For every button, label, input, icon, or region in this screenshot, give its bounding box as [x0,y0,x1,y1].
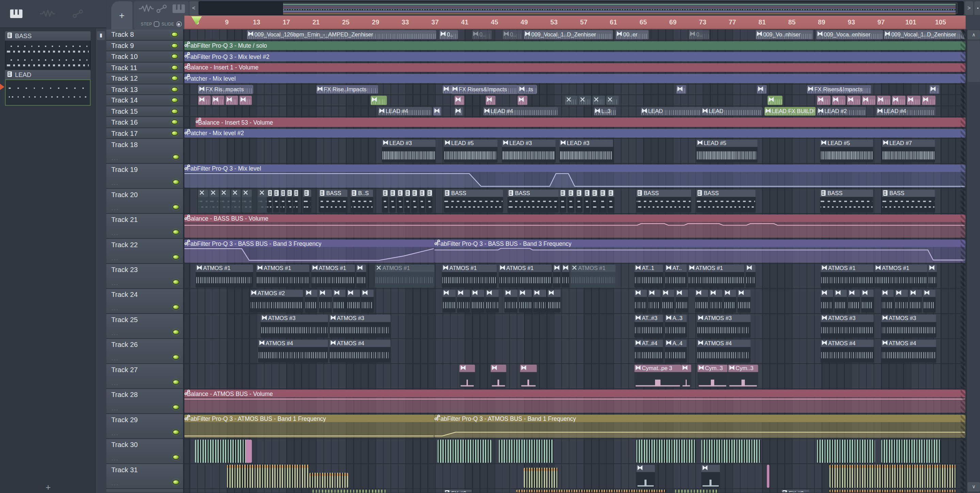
audio-clip[interactable] [226,96,238,105]
pattern-list-scrollbar[interactable]: ▮ [95,29,106,493]
track-header[interactable]: Track 25··· [106,314,185,339]
track-lane[interactable]: FX #2FX #2 [185,489,966,493]
audio-clip[interactable] [524,468,558,488]
pattern-clip[interactable] [220,190,230,213]
audio-clip[interactable]: ATMOS #1 [821,265,874,288]
track-lane[interactable]: Cymat..pe 3Cym..3Cym..3 [185,364,966,389]
pattern-clip[interactable] [584,190,590,213]
pattern-clip[interactable] [576,190,582,213]
piano-icon[interactable] [10,10,22,21]
audio-clip[interactable] [198,96,211,105]
audio-clip[interactable]: LEAD #5 [696,140,757,163]
clip-fragment[interactable] [312,489,387,492]
audio-clip[interactable] [519,289,532,313]
audio-clip[interactable]: AT.. [665,265,687,288]
audio-clip[interactable] [562,265,569,288]
pattern-clip[interactable]: BASS [319,190,347,213]
add-pattern-button[interactable]: + [43,482,54,491]
track-header-partial[interactable] [106,489,185,493]
pattern-clip[interactable] [559,190,566,213]
audio-clip[interactable] [371,96,387,105]
audio-clip[interactable]: 009_Vo..nhiser [756,30,813,39]
scroll-handle[interactable] [967,40,980,82]
audio-clip[interactable] [454,107,463,116]
audio-clip[interactable] [929,85,939,94]
audio-clip[interactable]: ATMOS #3 [329,314,391,338]
audio-clip[interactable]: LEAD #3 [382,140,436,163]
track-header[interactable]: Track 14 [106,95,185,106]
audio-clip[interactable] [361,289,374,313]
track-lane[interactable]: LEAD #3LEAD #5LEAD #3LEAD #3LEAD #5LEAD … [185,139,966,164]
track-header[interactable]: Track 16 [106,117,185,128]
track-header[interactable]: Track 10 [106,51,185,62]
audio-clip[interactable] [533,289,546,313]
audio-clip[interactable]: LEAD #3 [502,140,556,163]
audio-clip[interactable] [848,289,860,313]
pattern-clip[interactable]: BASS [508,190,559,213]
audio-clip[interactable] [579,96,592,105]
track-grip[interactable]: ··· [111,282,119,288]
track-header[interactable]: Track 31··· [106,464,185,489]
audio-clip[interactable] [862,96,875,105]
audio-clip[interactable]: 009_Vocal_1..D_Zenhiser [884,30,966,39]
audio-clip[interactable]: ATMOS #1 [875,265,928,288]
audio-clip[interactable]: ATMOS #1 [571,265,616,288]
audio-clip[interactable] [834,289,846,313]
automation-icon[interactable] [73,10,84,21]
audio-clip[interactable]: ATMOS #4 [329,340,391,362]
mute-led[interactable] [172,455,179,459]
track-grip[interactable]: ··· [111,431,119,437]
audio-clip[interactable]: 009_Vocal_126bpm_Emin_-_AMPED_Zenhiser [247,30,437,39]
track-header[interactable]: Track 23··· [106,264,185,289]
mute-led[interactable] [172,179,179,185]
audio-clip[interactable]: ATMOS #3 [821,314,874,338]
clip-fragment[interactable] [246,440,252,463]
track-lane[interactable] [185,95,966,106]
track-grip[interactable]: ··· [111,306,119,313]
audio-clip[interactable]: ATMOS #1 [499,265,552,288]
audio-clip[interactable] [909,289,922,313]
audio-clip[interactable]: LEAD #5 [444,140,498,163]
audio-clip[interactable] [701,465,720,488]
track-grip[interactable]: ··· [111,482,119,488]
track-lane[interactable]: BASSB..SBASSBASSBASSBASSBASSBASS [185,189,966,214]
mute-led[interactable] [172,404,179,410]
track-lane[interactable]: LEAD #4LEAD #4L..3LEADLEADLEAD FX BUILDU… [185,106,966,117]
automation-clip[interactable]: Patcher - Mix level #2 [185,128,966,137]
audio-clip[interactable] [227,465,309,488]
track-header[interactable]: Track 26··· [106,339,185,364]
audio-clip[interactable]: Cymat..pe 3 [634,365,681,388]
pattern-clip[interactable]: FX #2 [444,490,472,491]
scroll-handle-icon[interactable]: ▮ [97,31,105,40]
audio-clip[interactable] [460,365,475,388]
audio-clip[interactable]: ATMOS #1 [688,265,744,288]
audio-clip[interactable] [923,289,935,313]
pattern-clip[interactable]: BASS [696,190,756,213]
automation-clip[interactable]: FabFilter Pro-Q 3 - ATMOS BUS - Band 1 F… [434,415,966,438]
audio-clip[interactable] [485,289,499,313]
automation-clip[interactable]: Balance - ATMOS BUS - Volume [185,389,966,413]
audio-clip[interactable] [433,107,441,116]
audio-clip[interactable] [634,289,647,313]
audio-clip[interactable] [877,96,891,105]
track-header[interactable]: Track 18··· [106,139,185,164]
audio-clip[interactable] [547,289,561,313]
track-header[interactable]: Track 13 [106,84,185,95]
audio-clip[interactable]: ATMOS #2 [250,289,303,313]
audio-clip[interactable]: 0.. [689,30,710,39]
track-lane[interactable]: 009_Vocal_126bpm_Emin_-_AMPED_Zenhiser0.… [185,29,966,40]
audio-clip[interactable] [565,96,578,105]
track-lane[interactable] [185,464,966,489]
audio-clip[interactable] [676,85,686,94]
pattern-clip[interactable]: FX #2 [781,490,810,491]
track-header[interactable]: Track 8 [106,29,185,40]
audio-clip[interactable] [520,365,537,388]
audio-clip[interactable] [195,440,251,463]
track-header[interactable]: Track 17 [106,128,185,139]
audio-clip[interactable]: FX Rise..Impacts [316,85,378,94]
mute-led[interactable] [172,230,179,235]
scroll-left-button[interactable]: < [189,2,198,15]
track-lane[interactable]: Patcher - Mix level [185,73,966,84]
audio-clip[interactable] [821,289,833,313]
audio-clip[interactable]: 0.. [439,30,458,39]
